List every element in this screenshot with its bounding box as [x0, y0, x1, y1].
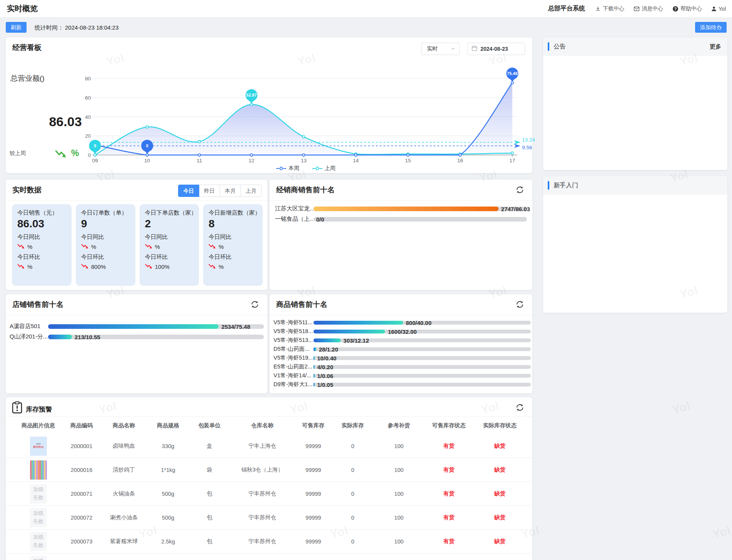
svg-text:09: 09 — [92, 158, 98, 163]
bar-fill — [313, 374, 315, 378]
date-picker[interactable]: 2024-08-23 — [467, 43, 525, 55]
nav-item-label: 帮助中心 — [680, 5, 702, 12]
product-top10-card: 商品销售前十名 V5常-海虾511...800/40.00V5常-海虾518..… — [270, 294, 532, 393]
bar-row-0: V5常-海虾511...800/40.00 — [273, 318, 531, 327]
cell-code: 2000001 — [62, 443, 101, 449]
svg-text:60: 60 — [85, 95, 91, 101]
trend-down-icon — [81, 263, 88, 270]
bar-row-3: D5常-山药面...28/1.20 — [273, 345, 531, 353]
actual-status: 缺货 — [474, 490, 526, 497]
nav-item-0[interactable]: 下载中心 — [595, 5, 624, 12]
cell-warehouse: 锦秋3仓（上海） — [230, 466, 295, 473]
newbie-guide-card: 新手入门 — [543, 176, 727, 313]
realtime-stats: 今日销售（元）86.03今日同比%今日环比%今日订单数（单）9今日同比%今日环比… — [12, 204, 263, 286]
nav-item-3[interactable]: Yol — [711, 5, 726, 12]
stat-row-label: 今日环比 — [145, 253, 194, 261]
nav-item-2[interactable]: ?帮助中心 — [672, 5, 702, 12]
realtime-data-card: 实时数据 今日昨日本月上月 今日销售（元）86.03今日同比%今日环比%今日订单… — [6, 180, 267, 290]
bar-fill — [313, 321, 403, 325]
inventory-title: 库存预警 — [26, 405, 52, 414]
tab-3[interactable]: 上月 — [240, 185, 262, 197]
notice-more-link[interactable]: 更多 — [710, 43, 721, 50]
col-header-1: 商品编码 — [62, 422, 101, 429]
product-bars: V5常-海虾511...800/40.00V5常-海虾518...1600/32… — [273, 318, 531, 389]
cell-sellable: 99999 — [295, 538, 332, 545]
bar-category: V1常-海虾14/... — [273, 372, 313, 379]
legend-item-上周[interactable]: 上周 — [312, 165, 335, 172]
refresh-icon[interactable] — [515, 300, 525, 309]
tab-2[interactable]: 本月 — [220, 185, 241, 197]
svg-text:75.48: 75.48 — [507, 71, 518, 76]
col-header-4: 包装单位 — [189, 422, 230, 429]
dealer-bars: 江苏大区宝龙...2747/86.03一铭食品（上...0/0 — [275, 203, 527, 224]
col-header-6: 可售库存 — [295, 422, 332, 429]
legend-item-本周[interactable]: 本周 — [276, 165, 299, 172]
cell-unit: 包 — [189, 538, 230, 545]
stat-value: 2 — [145, 218, 194, 230]
cell-warehouse: 宁丰苏州仓 — [230, 490, 295, 497]
actual-status: 缺货 — [474, 442, 526, 450]
svg-text:20: 20 — [85, 133, 91, 139]
cell-name: 清炒鸡丁 — [101, 466, 147, 473]
bar-track: 1/0.05 — [313, 383, 531, 387]
bar-value: 213/10.55 — [75, 333, 100, 340]
add-todo-button[interactable]: 添加待办 — [695, 22, 727, 33]
stat-row-label: 今日环比 — [208, 253, 257, 261]
refresh-icon[interactable] — [250, 300, 260, 309]
stat-row-label: 今日同比 — [145, 233, 194, 241]
nav-item-label: 下载中心 — [603, 5, 624, 12]
tab-0[interactable]: 今日 — [178, 185, 199, 197]
stat-card-3: 今日新增店数（家）8今日同比%今日环比% — [203, 204, 263, 286]
bar-track: 1600/32.00 — [313, 330, 531, 333]
refresh-button[interactable]: 刷新 — [6, 22, 27, 33]
svg-text:16: 16 — [457, 158, 463, 163]
divider — [270, 200, 532, 201]
stat-row-label: 今日同比 — [208, 233, 257, 241]
cell-unit: 包 — [189, 514, 230, 521]
cell-actual: 0 — [332, 491, 374, 497]
cell-sellable: 99999 — [295, 467, 332, 473]
trend-down-icon — [81, 243, 88, 250]
bar-row-5: E5常-山药面2...4/0.20 — [273, 362, 531, 371]
trend-down-icon — [208, 263, 216, 270]
inventory-warning-card: 库存预警 商品图片信息商品编码商品名称商品规格包装单位仓库名称可售库存实际库存参… — [6, 397, 532, 560]
stat-time: 统计时间：2024-08-23 18:04:23 — [35, 24, 118, 32]
svg-text:13.24: 13.24 — [522, 137, 535, 143]
bar-category: 一铭食品（上... — [275, 215, 313, 223]
col-header-8: 参考补货 — [374, 422, 424, 429]
svg-text:13: 13 — [301, 158, 307, 163]
refresh-icon[interactable] — [515, 185, 525, 195]
image-load-failed: 加载失败 — [30, 484, 47, 503]
bar-track: 213/10.55 — [48, 335, 264, 339]
user-icon — [711, 6, 717, 12]
range-select[interactable]: 实时 — [421, 43, 460, 55]
svg-text:12: 12 — [248, 158, 254, 163]
trend-down-icon — [145, 263, 152, 270]
bar-fill — [313, 383, 315, 387]
svg-text:52.87: 52.87 — [246, 93, 257, 97]
bar-value: 2534/75.48 — [221, 323, 250, 330]
actual-status: 缺货 — [474, 514, 526, 521]
bar-row-2: V5常-海虾513...303/12.12 — [273, 336, 531, 345]
top-nav: 总部平台系统 下载中心消息中心?帮助中心Yol — [548, 5, 726, 13]
newbie-header: 新手入门 — [543, 176, 727, 195]
refresh-icon[interactable] — [515, 403, 525, 412]
cell-spec: 1*1kg — [147, 467, 189, 473]
nav-item-1[interactable]: 消息中心 — [634, 5, 663, 12]
cell-restock: 100 — [374, 538, 424, 545]
dealer-top10-card: 经销商销售前十名 江苏大区宝龙...2747/86.03一铭食品（上...0/0 — [270, 180, 532, 290]
tab-1[interactable]: 昨日 — [199, 185, 220, 197]
bar-fill — [313, 347, 316, 351]
clipboard-alert-icon — [12, 401, 22, 415]
bar-category: Q山泽201-分... — [10, 333, 48, 340]
nav-item-label: Yol — [719, 6, 726, 12]
cell-unit: 盒 — [189, 442, 230, 450]
mail-icon — [634, 6, 640, 12]
stat-value: 86.03 — [17, 218, 66, 230]
table-row-1: 2000016清炒鸡丁1*1kg袋锦秋3仓（上海）999990100有货缺货 — [6, 458, 532, 482]
chevron-down-icon — [451, 46, 455, 52]
legend-label: 上周 — [325, 165, 335, 172]
trend-down-icon — [145, 243, 152, 250]
sellable-status: 有货 — [424, 442, 474, 450]
total-revenue-label: 总营业额() — [10, 73, 45, 83]
